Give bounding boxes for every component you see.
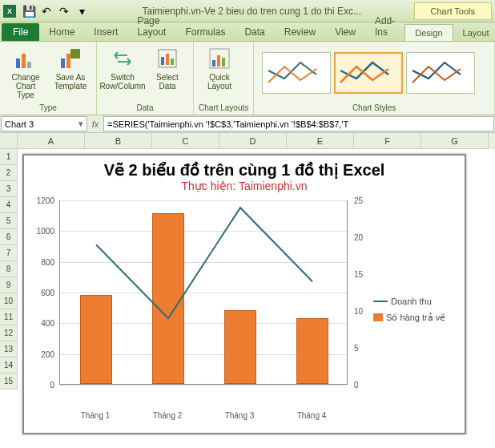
switch-label: Switch Row/Column: [99, 73, 145, 91]
chart-style-1[interactable]: [262, 52, 331, 94]
chart-styles-gallery: [259, 44, 489, 102]
worksheet: 123456789101112131415 ABCDEFG Vẽ 2 biểu …: [0, 133, 495, 448]
quick-layout-button[interactable]: Quick Layout: [199, 44, 240, 92]
save-icon[interactable]: 💾: [21, 3, 37, 19]
name-box[interactable]: Chart 3▾: [1, 116, 87, 131]
undo-icon[interactable]: ↶: [38, 3, 54, 19]
row-header[interactable]: 11: [0, 309, 18, 325]
chart-subtitle[interactable]: Thực hiện: Taimienphi.vn: [24, 180, 465, 192]
row-header[interactable]: 5: [0, 213, 18, 229]
select-data-label: Select Data: [150, 73, 185, 91]
x-tick: Tháng 3: [203, 411, 276, 420]
chart-tools-label: Chart Tools: [414, 2, 492, 20]
svg-rect-13: [222, 58, 225, 67]
svg-rect-12: [217, 55, 220, 67]
excel-icon: X: [3, 5, 16, 18]
tab-page-layout[interactable]: Page Layout: [127, 12, 175, 41]
col-header[interactable]: G: [421, 133, 489, 149]
svg-rect-8: [166, 54, 169, 65]
line-series[interactable]: [60, 200, 348, 385]
svg-rect-1: [22, 54, 26, 68]
x-tick: Tháng 1: [59, 411, 131, 420]
quick-layout-icon: [207, 46, 232, 71]
group-chart-layouts: Quick Layout Chart Layouts: [194, 42, 254, 115]
redo-icon[interactable]: ↷: [56, 3, 72, 19]
qat-dropdown-icon[interactable]: ▾: [74, 3, 90, 19]
change-chart-type-button[interactable]: Change Chart Type: [5, 44, 46, 101]
cells-area[interactable]: Vẽ 2 biểu đồ trên cùng 1 đồ thị Excel Th…: [18, 149, 495, 448]
formula-text: =SERIES('Taimienphi.vn '!$C$3,'Taimienph…: [107, 119, 348, 129]
row-header[interactable]: 13: [0, 341, 18, 357]
row-header[interactable]: 8: [0, 261, 18, 277]
tab-formulas[interactable]: Formulas: [175, 23, 235, 41]
formula-bar[interactable]: =SERIES('Taimienphi.vn '!$C$3,'Taimienph…: [103, 116, 494, 131]
chart-style-2[interactable]: [334, 52, 403, 94]
row-header[interactable]: 10: [0, 293, 18, 309]
row-header[interactable]: 3: [0, 181, 18, 197]
row-header[interactable]: 12: [0, 325, 18, 341]
x-tick: Tháng 4: [276, 411, 348, 420]
row-header[interactable]: 15: [0, 373, 18, 389]
chart-object[interactable]: Vẽ 2 biểu đồ trên cùng 1 đồ thị Excel Th…: [22, 154, 466, 434]
group-styles-label: Chart Styles: [259, 102, 489, 112]
tab-design[interactable]: Design: [404, 24, 453, 41]
tab-review[interactable]: Review: [275, 23, 325, 41]
y-axis-left: 020040060080010001200: [32, 200, 56, 385]
tab-insert[interactable]: Insert: [84, 23, 127, 41]
svg-rect-5: [70, 49, 80, 59]
row-header[interactable]: 4: [0, 197, 18, 213]
row-header[interactable]: 6: [0, 229, 18, 245]
legend-label-2: Số hàng trả về: [386, 313, 445, 323]
legend[interactable]: Doanh thu Số hàng trả về: [373, 197, 461, 422]
svg-rect-0: [16, 59, 20, 68]
row-header[interactable]: 7: [0, 245, 18, 261]
legend-line-icon: [373, 301, 388, 302]
col-header[interactable]: A: [18, 133, 85, 149]
row-headers: 123456789101112131415: [0, 149, 18, 389]
tab-data[interactable]: Data: [235, 23, 274, 41]
row-header[interactable]: 14: [0, 357, 18, 373]
legend-item-2: Số hàng trả về: [373, 313, 461, 323]
group-chart-styles: Chart Styles: [254, 42, 495, 115]
col-header[interactable]: F: [354, 133, 421, 149]
chart-title[interactable]: Vẽ 2 biểu đồ trên cùng 1 đồ thị Excel: [24, 155, 465, 180]
row-header[interactable]: 9: [0, 277, 18, 293]
name-box-dropdown-icon[interactable]: ▾: [78, 119, 83, 129]
group-data-label: Data: [102, 102, 188, 112]
legend-item-1: Doanh thu: [373, 297, 461, 306]
switch-row-column-button[interactable]: Switch Row/Column: [102, 44, 143, 92]
col-header[interactable]: D: [219, 133, 287, 149]
row-header[interactable]: 1: [0, 149, 18, 165]
group-type-label: Type: [5, 102, 91, 112]
col-header[interactable]: B: [85, 133, 152, 149]
quick-access-toolbar: X 💾 ↶ ↷ ▾: [3, 3, 90, 19]
save-template-button[interactable]: Save As Template: [50, 44, 91, 101]
row-header[interactable]: 2: [0, 165, 18, 181]
ribbon-tabs: File Home Insert Page Layout Formulas Da…: [0, 22, 495, 42]
svg-rect-2: [27, 62, 31, 68]
group-type: Change Chart Type Save As Template Type: [0, 42, 97, 115]
grid: ABCDEFG Vẽ 2 biểu đồ trên cùng 1 đồ thị …: [18, 133, 495, 448]
fx-icon[interactable]: fx: [88, 115, 103, 132]
tab-view[interactable]: View: [325, 23, 365, 41]
plot-rect: [59, 200, 348, 385]
col-header[interactable]: C: [152, 133, 219, 149]
tab-layout[interactable]: Layout: [453, 25, 495, 41]
legend-box-icon: [373, 313, 383, 321]
select-data-button[interactable]: Select Data: [147, 44, 188, 92]
save-template-icon: [58, 46, 83, 71]
select-all-corner[interactable]: [0, 133, 18, 149]
tab-file[interactable]: File: [2, 23, 39, 41]
switch-icon: [110, 46, 135, 71]
tab-addins[interactable]: Add-Ins: [365, 12, 404, 41]
ribbon: Change Chart Type Save As Template Type …: [0, 42, 495, 115]
plot-area[interactable]: 020040060080010001200 0510152025 Tháng 1…: [59, 200, 349, 406]
x-tick: Tháng 2: [131, 411, 203, 420]
chart-style-3[interactable]: [406, 52, 475, 94]
y-axis-right: 0510152025: [352, 200, 370, 385]
tab-home[interactable]: Home: [39, 23, 84, 41]
svg-rect-7: [161, 57, 164, 65]
col-header[interactable]: E: [287, 133, 354, 149]
change-chart-type-label: Change Chart Type: [8, 73, 43, 99]
quick-layout-label: Quick Layout: [202, 73, 237, 91]
